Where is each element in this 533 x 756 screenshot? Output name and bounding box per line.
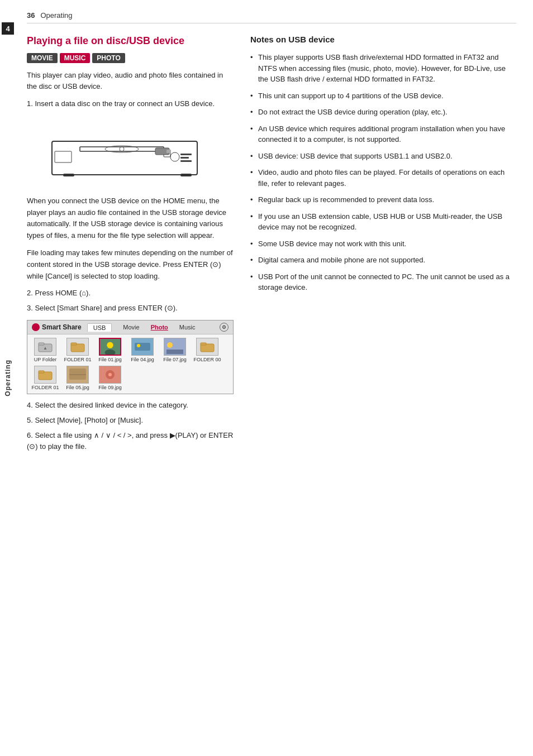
svg-rect-29 [201, 343, 206, 345]
main-content: 36 Operating Playing a file on disc/USB … [16, 0, 533, 756]
note-1: This player supports USB flash drive/ext… [250, 52, 516, 85]
step-6: 6. Select a file using ∧ / ∨ / < / >, an… [27, 430, 234, 453]
ss-item-file09: File 09.jpg [96, 366, 125, 390]
ss-label-upfolder: UP Folder [34, 357, 56, 362]
ss-nav-movie: Movie [123, 324, 139, 331]
body-text-2: File loading may takes few minutes depen… [27, 247, 234, 282]
svg-point-5 [170, 152, 179, 161]
ss-content: ▲ UP Folder FOLDER 01 [27, 334, 233, 394]
notes-heading: Notes on USB device [250, 35, 516, 44]
intro-text: This player can play video, audio and ph… [27, 70, 234, 92]
badge-photo: PHOTO [92, 53, 125, 63]
note-4: An USB device which requires additional … [250, 123, 516, 145]
content-columns: Playing a file on disc/USB device MOVIE … [27, 35, 516, 456]
ss-item-file01: File 01.jpg [96, 338, 125, 362]
sidebar: 4 Operating [0, 0, 16, 756]
note-3: Do not extract the USB device during ope… [250, 107, 516, 118]
media-badges: MOVIE MUSIC PHOTO [27, 53, 234, 63]
note-11: USB Port of the unit cannot be connected… [250, 271, 516, 293]
ss-label-file05: File 05.jpg [66, 385, 89, 390]
page-header: 36 Operating [27, 11, 516, 23]
ss-icon-file01 [99, 338, 121, 356]
device-illustration [27, 116, 234, 189]
page-number: 36 [27, 11, 35, 20]
svg-point-27 [167, 342, 173, 348]
body-text-1: When you connect the USB device on the H… [27, 195, 234, 242]
note-2: This unit can support up to 4 partitions… [250, 90, 516, 102]
ss-icon-folder01b [34, 366, 56, 384]
step-1: 1. Insert a data disc on the tray or con… [27, 98, 234, 109]
smart-share-logo: Smart Share [32, 323, 82, 331]
step-2: 2. Press HOME (⌂). [27, 288, 234, 299]
ss-item-file07: File 07.jpg [160, 338, 189, 362]
ss-label-file04: File 04.jpg [131, 357, 154, 362]
note-6: Video, audio and photo files can be play… [250, 167, 516, 189]
svg-rect-18 [71, 343, 77, 345]
ss-item-upfolder: ▲ UP Folder [31, 338, 60, 362]
step-4: 4. Select the desired linked device in t… [27, 400, 234, 412]
ss-icon-file04 [131, 338, 154, 356]
note-5: USB device: USB device that supports USB… [250, 151, 516, 162]
ss-item-file04: File 04.jpg [128, 338, 157, 362]
svg-rect-23 [135, 343, 150, 351]
ss-label-file01: File 01.jpg [98, 357, 122, 362]
ss-item-folder00: FOLDER 00 [193, 338, 222, 362]
section-heading: Playing a file on disc/USB device [27, 35, 234, 47]
ss-item-folder01a: FOLDER 01 [63, 338, 92, 362]
svg-rect-11 [180, 174, 192, 176]
ss-item-file05: File 05.jpg [63, 366, 92, 390]
ss-item-folder01b: FOLDER 01 [31, 366, 60, 390]
ss-label-folder00: FOLDER 00 [193, 357, 221, 362]
svg-rect-7 [180, 157, 189, 159]
svg-rect-8 [180, 160, 192, 162]
ss-tab: USB [87, 323, 112, 332]
svg-rect-6 [180, 154, 192, 155]
smart-share-header: Smart Share USB Movie Photo Music ⚙ [27, 320, 233, 334]
svg-rect-26 [166, 350, 183, 354]
right-column: Notes on USB device This player supports… [250, 35, 516, 456]
sidebar-label: Operating [4, 360, 12, 396]
svg-point-20 [107, 342, 113, 348]
ss-label-file09: File 09.jpg [98, 385, 122, 390]
note-7: Regular back up is recommended to preven… [250, 194, 516, 205]
ss-nav-music: Music [179, 324, 196, 331]
page-section-title: Operating [40, 11, 72, 20]
svg-point-37 [108, 373, 112, 376]
svg-rect-15 [39, 343, 44, 345]
note-8: If you use an USB extension cable, USB H… [250, 211, 516, 233]
ss-icon-folder01a [66, 338, 89, 356]
svg-point-24 [137, 344, 140, 347]
note-10: Digital camera and mobile phone are not … [250, 255, 516, 266]
svg-point-3 [120, 147, 124, 151]
ss-logo-circle [32, 323, 40, 331]
ss-icon-folder00 [196, 338, 218, 356]
notes-list: This player supports USB flash drive/ext… [250, 52, 516, 293]
chapter-number: 4 [2, 22, 14, 35]
note-9: Some USB device may not work with this u… [250, 238, 516, 250]
device-svg [46, 119, 214, 186]
ss-icon-file07 [164, 338, 186, 356]
svg-text:▲: ▲ [43, 346, 47, 351]
ss-nav: Movie Photo Music [123, 324, 195, 331]
left-column: Playing a file on disc/USB device MOVIE … [27, 35, 234, 456]
svg-rect-13 [166, 150, 171, 153]
svg-rect-10 [63, 174, 74, 176]
ss-label-folder01b: FOLDER 01 [31, 385, 59, 390]
ss-label-file07: File 07.jpg [163, 357, 187, 362]
ss-icon-file09 [99, 366, 121, 384]
ss-icon-upfolder: ▲ [34, 338, 56, 356]
ss-icon-file05 [66, 366, 89, 384]
ss-settings-icon: ⚙ [220, 323, 229, 332]
step-3: 3. Select [Smart Share] and press ENTER … [27, 303, 234, 314]
smart-share-screenshot: Smart Share USB Movie Photo Music ⚙ [27, 320, 234, 394]
svg-rect-1 [80, 147, 164, 151]
svg-rect-31 [39, 371, 44, 373]
svg-rect-4 [55, 151, 72, 162]
badge-movie: MOVIE [27, 53, 58, 63]
ss-label-folder01a: FOLDER 01 [64, 357, 91, 362]
svg-rect-0 [52, 141, 197, 175]
ss-nav-photo: Photo [151, 324, 168, 331]
ss-title: Smart Share [42, 323, 82, 331]
badge-music: MUSIC [60, 53, 91, 63]
step-5: 5. Select [Movie], [Photo] or [Music]. [27, 415, 234, 427]
